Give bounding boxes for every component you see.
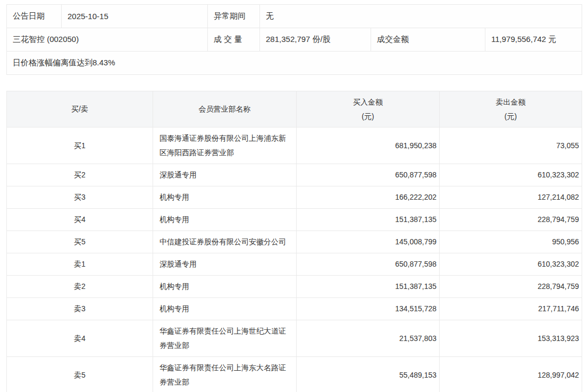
table-body: 买1 国泰海通证券股份有限公司上海浦东新区海阳西路证券营业部 681,950,2… <box>7 127 582 392</box>
buy-amount-cell: 650,877,598 <box>297 253 440 276</box>
table-row: 卖2 机构专用 151,387,135 228,794,759 <box>7 276 582 298</box>
broker-cell: 机构专用 <box>153 298 297 320</box>
sell-amount-cell: 228,794,759 <box>440 209 582 231</box>
buy-amount-cell: 55,489,153 <box>297 357 440 392</box>
col-header-broker-label: 会员营业部名称 <box>153 102 296 116</box>
col-header-side-label: 买/卖 <box>7 102 153 116</box>
stock-name: 三花智控 (002050) <box>7 28 208 52</box>
col-header-buy: 买入金额 (元) <box>297 91 440 127</box>
col-header-sell: 卖出金额 (元) <box>440 91 582 127</box>
table-row: 买5 中信建投证券股份有限公司安徽分公司 145,008,799 950,956 <box>7 231 582 253</box>
announce-date-label: 公告日期 <box>7 5 62 28</box>
abnormal-period-label: 异常期间 <box>208 5 260 28</box>
rank-cell: 买5 <box>7 231 153 253</box>
rank-cell: 买4 <box>7 209 153 231</box>
sell-amount-cell: 127,214,082 <box>440 186 582 209</box>
summary-row-2: 三花智控 (002050) 成 交 量 281,352,797 份/股 成交金额… <box>7 28 582 52</box>
buy-amount-cell: 21,537,803 <box>297 320 440 357</box>
table-row: 买2 深股通专用 650,877,598 610,323,302 <box>7 164 582 186</box>
volume-label: 成 交 量 <box>208 28 260 52</box>
col-header-broker: 会员营业部名称 <box>153 91 297 127</box>
buy-amount-cell: 650,877,598 <box>297 164 440 186</box>
col-header-buy-unit: (元) <box>297 109 439 124</box>
turnover-label: 成交金额 <box>371 28 485 52</box>
abnormal-period-value: 无 <box>260 5 582 28</box>
summary-row-3: 日价格涨幅偏离值达到8.43% <box>7 52 582 75</box>
announce-date-value: 2025-10-15 <box>62 5 208 28</box>
broker-cell: 机构专用 <box>153 209 297 231</box>
rank-cell: 买1 <box>7 127 153 164</box>
rank-cell: 买3 <box>7 186 153 209</box>
buy-amount-cell: 151,387,135 <box>297 209 440 231</box>
rank-cell: 卖2 <box>7 276 153 298</box>
broker-table: 买/卖 会员营业部名称 买入金额 (元) 卖出金额 (元) 买1 国泰海通证券股… <box>6 91 582 392</box>
sell-amount-cell: 217,711,746 <box>440 298 582 320</box>
sell-amount-cell: 128,997,042 <box>440 357 582 392</box>
broker-cell: 国泰海通证券股份有限公司上海浦东新区海阳西路证券营业部 <box>153 127 297 164</box>
sell-amount-cell: 610,323,302 <box>440 253 582 276</box>
broker-cell: 华鑫证券有限责任公司上海世纪大道证券营业部 <box>153 320 297 357</box>
broker-cell: 深股通专用 <box>153 253 297 276</box>
table-row: 买4 机构专用 151,387,135 228,794,759 <box>7 209 582 231</box>
broker-cell: 机构专用 <box>153 186 297 209</box>
sell-amount-cell: 73,055 <box>440 127 582 164</box>
rank-cell: 卖5 <box>7 357 153 392</box>
col-header-buy-label: 买入金额 <box>297 95 439 109</box>
buy-amount-cell: 166,222,202 <box>297 186 440 209</box>
buy-amount-cell: 151,387,135 <box>297 276 440 298</box>
turnover-value: 11,979,556,742 元 <box>485 28 582 52</box>
col-header-sell-label: 卖出金额 <box>440 95 582 109</box>
table-row: 买1 国泰海通证券股份有限公司上海浦东新区海阳西路证券营业部 681,950,2… <box>7 127 582 164</box>
table-row: 买3 机构专用 166,222,202 127,214,082 <box>7 186 582 209</box>
table-row: 卖4 华鑫证券有限责任公司上海世纪大道证券营业部 21,537,803 153,… <box>7 320 582 357</box>
col-header-side: 买/卖 <box>7 91 153 127</box>
summary-table: 公告日期 2025-10-15 异常期间 无 三花智控 (002050) 成 交… <box>6 4 582 75</box>
buy-amount-cell: 681,950,238 <box>297 127 440 164</box>
deviation-note: 日价格涨幅偏离值达到8.43% <box>7 52 582 75</box>
rank-cell: 买2 <box>7 164 153 186</box>
table-row: 卖3 机构专用 134,515,728 217,711,746 <box>7 298 582 320</box>
table-row: 卖1 深股通专用 650,877,598 610,323,302 <box>7 253 582 276</box>
table-row: 卖5 华鑫证券有限责任公司上海东大名路证券营业部 55,489,153 128,… <box>7 357 582 392</box>
volume-value: 281,352,797 份/股 <box>260 28 371 52</box>
broker-cell: 机构专用 <box>153 276 297 298</box>
buy-amount-cell: 134,515,728 <box>297 298 440 320</box>
table-header-row: 买/卖 会员营业部名称 买入金额 (元) 卖出金额 (元) <box>7 91 582 127</box>
summary-row-1: 公告日期 2025-10-15 异常期间 无 <box>7 5 582 28</box>
lhb-page: 公告日期 2025-10-15 异常期间 无 三花智控 (002050) 成 交… <box>0 0 588 392</box>
sell-amount-cell: 228,794,759 <box>440 276 582 298</box>
rank-cell: 卖4 <box>7 320 153 357</box>
broker-cell: 华鑫证券有限责任公司上海东大名路证券营业部 <box>153 357 297 392</box>
sell-amount-cell: 153,313,923 <box>440 320 582 357</box>
rank-cell: 卖1 <box>7 253 153 276</box>
broker-cell: 深股通专用 <box>153 164 297 186</box>
sell-amount-cell: 610,323,302 <box>440 164 582 186</box>
col-header-sell-unit: (元) <box>440 109 582 124</box>
rank-cell: 卖3 <box>7 298 153 320</box>
sell-amount-cell: 950,956 <box>440 231 582 253</box>
buy-amount-cell: 145,008,799 <box>297 231 440 253</box>
broker-cell: 中信建投证券股份有限公司安徽分公司 <box>153 231 297 253</box>
